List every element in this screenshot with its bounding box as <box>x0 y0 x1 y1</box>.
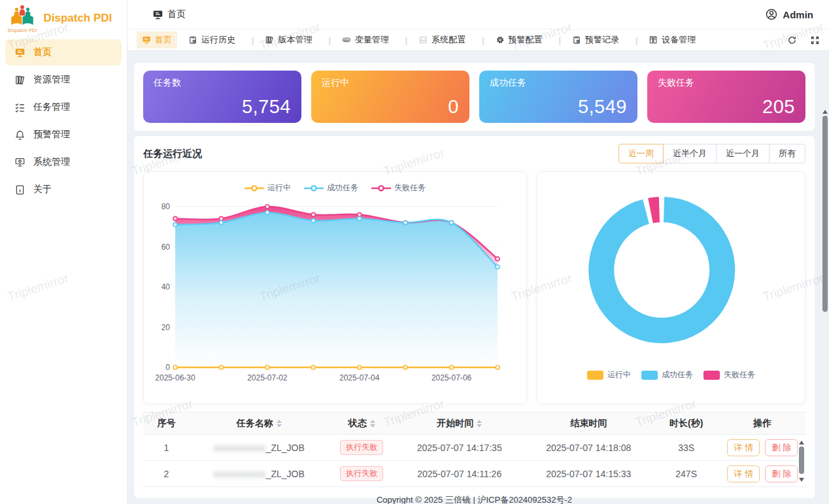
tab-divider: | <box>328 35 330 45</box>
stat-value: 5,549 <box>578 96 627 118</box>
filter-button-所有[interactable]: 所有 <box>769 144 805 163</box>
tab-label: 设备管理 <box>662 34 696 46</box>
pie-legend-item-运行中[interactable]: 运行中 <box>587 369 631 380</box>
cell-actions: 详情删除 <box>719 461 805 487</box>
task-name-suffix: _ZL_JOB <box>266 469 305 479</box>
tab-变量管理[interactable]: ENV变量管理 <box>337 31 399 48</box>
monitor-gear-icon <box>14 157 25 168</box>
sort-carets-icon[interactable] <box>370 420 375 428</box>
sort-carets-icon[interactable] <box>277 420 282 428</box>
page-scrollbar-thumb[interactable] <box>822 116 828 312</box>
refresh-icon[interactable] <box>787 35 797 45</box>
svg-text:2025-07-06: 2025-07-06 <box>431 373 472 382</box>
books-icon <box>265 35 274 44</box>
legend-item-运行中[interactable]: 运行中 <box>245 182 291 193</box>
home-monitor-icon <box>152 9 163 20</box>
svg-text:60: 60 <box>161 243 171 252</box>
tab-divider: | <box>635 35 637 45</box>
cell-task-name: xxxxxxxxxx_ZL_JOB <box>190 461 329 487</box>
stat-value: 205 <box>762 96 795 118</box>
svg-text:80: 80 <box>161 202 171 211</box>
pie-legend-item-成功任务[interactable]: 成功任务 <box>641 369 693 380</box>
cell-end-time: 2025-07-07 14:18:08 <box>524 435 653 461</box>
main-column: 首页 Admin 首页运行历史|版本管理|ENV变量管理|系统配置|预警配置|预… <box>127 0 829 504</box>
column-label: 任务名称 <box>237 418 273 429</box>
user-menu[interactable]: Admin <box>765 8 813 21</box>
status-badge: 执行失败 <box>340 466 383 481</box>
filter-button-近一个月[interactable]: 近一个月 <box>716 144 770 163</box>
table-scrollbar-thumb[interactable] <box>799 446 804 474</box>
tabbar-actions <box>787 35 820 45</box>
filter-button-近一周[interactable]: 近一周 <box>618 144 664 163</box>
sidebar-item-关于[interactable]: 关于 <box>5 176 122 203</box>
delete-button[interactable]: 删除 <box>765 439 798 456</box>
sidebar-item-预警管理[interactable]: 预警管理 <box>5 122 122 148</box>
sidebar-item-任务管理[interactable]: 任务管理 <box>5 94 122 120</box>
pie-legend-item-失败任务[interactable]: 失败任务 <box>703 369 755 380</box>
detail-button[interactable]: 详情 <box>727 439 760 456</box>
stat-label: 失败任务 <box>658 77 795 89</box>
svg-text:2025-07-02: 2025-07-02 <box>247 373 288 382</box>
sidebar-item-首页[interactable]: 首页 <box>5 39 122 65</box>
tab-预警记录[interactable]: 预警记录 <box>567 31 630 48</box>
table-row: 2xxxxxxxxxx_ZL_JOB执行失败2025-07-07 14:11:2… <box>143 461 805 487</box>
sort-carets-icon[interactable] <box>477 420 482 428</box>
cell-task-name: xxxxxxxxxx_ZL_JOB <box>190 435 329 461</box>
redacted-task-name: xxxxxxxxxx <box>214 469 266 479</box>
svg-text:20: 20 <box>161 323 171 332</box>
svg-text:0: 0 <box>165 363 170 372</box>
stat-card-失败任务: 失败任务205 <box>647 71 805 123</box>
page-scroll-up-icon[interactable] <box>822 107 828 114</box>
section-header: 任务运行近况 近一周近半个月近一个月所有 <box>143 143 805 165</box>
legend-item-成功任务[interactable]: 成功任务 <box>304 182 358 193</box>
cell-status: 执行失败 <box>329 435 395 461</box>
sidebar: Dispatch PDI Dispatch PDI 首页资源管理任务管理预警管理… <box>0 0 127 504</box>
column-header-任务名称[interactable]: 任务名称 <box>190 412 329 435</box>
legend-swatch <box>641 371 658 380</box>
server-icon <box>649 35 658 44</box>
sidebar-item-资源管理[interactable]: 资源管理 <box>5 67 122 93</box>
app-root: Dispatch PDI Dispatch PDI 首页资源管理任务管理预警管理… <box>0 0 829 504</box>
books-icon <box>14 75 25 86</box>
stat-label: 任务数 <box>154 77 291 89</box>
detail-button[interactable]: 详情 <box>727 465 760 482</box>
tab-首页[interactable]: 首页 <box>137 31 177 48</box>
filter-button-近半个月[interactable]: 近半个月 <box>663 144 717 163</box>
column-label: 序号 <box>157 418 175 429</box>
sidebar-item-系统管理[interactable]: 系统管理 <box>5 149 122 175</box>
charts-row: 运行中成功任务失败任务 0204060802025-06-302025-07-0… <box>143 171 805 404</box>
legend-item-失败任务[interactable]: 失败任务 <box>371 182 426 193</box>
table-scrollbar[interactable] <box>798 438 804 484</box>
top-navbar: 首页 Admin <box>127 0 829 29</box>
tabs-fullscreen-icon[interactable] <box>810 35 820 45</box>
content-area: 任务数5,754运行中0成功任务5,549失败任务205 任务运行近况 近一周近… <box>127 51 829 504</box>
table-scroll-down-icon[interactable] <box>799 478 804 484</box>
sidebar-item-label: 资源管理 <box>33 74 70 86</box>
page-scrollbar[interactable] <box>822 107 828 501</box>
tab-预警配置[interactable]: 预警配置 <box>490 31 553 48</box>
svg-text:2025-07-04: 2025-07-04 <box>339 373 380 382</box>
column-header-状态[interactable]: 状态 <box>329 412 395 435</box>
navbar-actions: Admin <box>726 8 813 21</box>
logo-caption: Dispatch PDI <box>8 28 37 33</box>
column-label: 状态 <box>348 418 367 429</box>
legend-label: 运行中 <box>607 369 631 380</box>
clipboard-clock-icon <box>572 35 581 44</box>
tab-label: 变量管理 <box>355 34 389 46</box>
bell-icon <box>14 129 25 141</box>
delete-button[interactable]: 删除 <box>765 465 798 482</box>
tab-label: 首页 <box>155 34 172 46</box>
tab-设备管理[interactable]: 设备管理 <box>643 31 701 48</box>
tab-运行历史[interactable]: 运行历史 <box>183 31 246 48</box>
tab-label: 预警配置 <box>509 34 543 46</box>
tab-系统配置[interactable]: 系统配置 <box>413 31 476 48</box>
tab-版本管理[interactable]: 版本管理 <box>260 31 322 48</box>
breadcrumb[interactable]: 首页 <box>152 8 186 20</box>
donut-chart <box>537 172 805 368</box>
task-table-wrap: 序号任务名称状态开始时间结束时间时长(秒)操作 1xxxxxxxxxx_ZL_J… <box>143 412 805 487</box>
legend-swatch <box>703 371 720 380</box>
table-scroll-up-icon[interactable] <box>799 438 804 445</box>
clipboard-clock-icon <box>188 35 197 44</box>
column-header-开始时间[interactable]: 开始时间 <box>395 412 524 435</box>
monitor-icon <box>14 47 25 58</box>
